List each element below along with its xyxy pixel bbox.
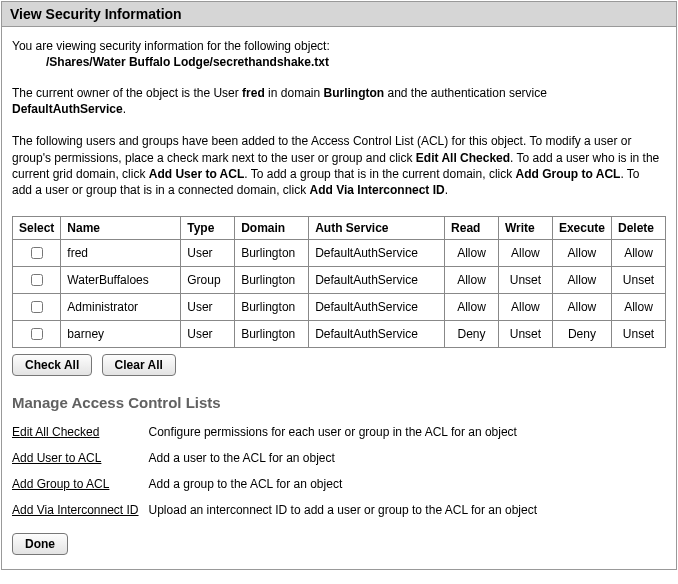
cell-delete: Allow [611, 240, 665, 267]
cell-execute: Deny [552, 321, 611, 348]
acl-paragraph: The following users and groups have been… [12, 133, 660, 198]
owner-service: DefaultAuthService [12, 102, 123, 116]
owner-user: fred [242, 86, 265, 100]
table-row: fred User Burlington DefaultAuthService … [13, 240, 666, 267]
cell-execute: Allow [552, 267, 611, 294]
add-group-to-acl-link[interactable]: Add Group to ACL [12, 477, 109, 491]
cell-type: Group [181, 267, 235, 294]
owner-t3: and the authentication service [384, 86, 547, 100]
cell-name: fred [61, 240, 181, 267]
panel-content: You are viewing security information for… [2, 27, 676, 569]
action-row: Add Via Interconnect ID Upload an interc… [12, 497, 547, 523]
cell-read: Allow [445, 240, 499, 267]
acl-b2: Add User to ACL [149, 167, 245, 181]
cell-execute: Allow [552, 294, 611, 321]
acl-t3: . To add a group that is in the current … [244, 167, 515, 181]
cell-type: User [181, 294, 235, 321]
cell-type: User [181, 321, 235, 348]
cell-auth: DefaultAuthService [309, 321, 445, 348]
owner-domain: Burlington [323, 86, 384, 100]
object-path: /Shares/Water Buffalo Lodge/secrethandsh… [46, 55, 666, 69]
edit-all-checked-link[interactable]: Edit All Checked [12, 425, 99, 439]
cell-read: Deny [445, 321, 499, 348]
manage-acl-heading: Manage Access Control Lists [12, 394, 666, 411]
cell-delete: Allow [611, 294, 665, 321]
acl-b1: Edit All Checked [416, 151, 510, 165]
panel-title: View Security Information [2, 2, 676, 27]
acl-b4: Add Via Interconnect ID [310, 183, 445, 197]
add-via-interconnect-id-link[interactable]: Add Via Interconnect ID [12, 503, 139, 517]
add-user-to-acl-link[interactable]: Add User to ACL [12, 451, 101, 465]
action-desc: Upload an interconnect ID to add a user … [149, 497, 547, 523]
table-button-row: Check All Clear All [12, 354, 666, 376]
acl-table-body: fred User Burlington DefaultAuthService … [13, 240, 666, 348]
col-header-domain: Domain [235, 217, 309, 240]
table-row: Administrator User Burlington DefaultAut… [13, 294, 666, 321]
clear-all-button[interactable]: Clear All [102, 354, 176, 376]
cell-auth: DefaultAuthService [309, 294, 445, 321]
col-header-auth: Auth Service [309, 217, 445, 240]
action-desc: Add a group to the ACL for an object [149, 471, 547, 497]
security-info-panel: View Security Information You are viewin… [1, 1, 677, 570]
cell-auth: DefaultAuthService [309, 267, 445, 294]
col-header-read: Read [445, 217, 499, 240]
cell-write: Unset [498, 267, 552, 294]
action-desc: Add a user to the ACL for an object [149, 445, 547, 471]
cell-auth: DefaultAuthService [309, 240, 445, 267]
cell-domain: Burlington [235, 294, 309, 321]
col-header-execute: Execute [552, 217, 611, 240]
cell-name: Administrator [61, 294, 181, 321]
manage-actions-table: Edit All Checked Configure permissions f… [12, 419, 547, 523]
cell-write: Allow [498, 240, 552, 267]
owner-paragraph: The current owner of the object is the U… [12, 85, 660, 117]
cell-delete: Unset [611, 267, 665, 294]
cell-domain: Burlington [235, 240, 309, 267]
action-row: Edit All Checked Configure permissions f… [12, 419, 547, 445]
acl-table: Select Name Type Domain Auth Service Rea… [12, 216, 666, 348]
check-all-button[interactable]: Check All [12, 354, 92, 376]
row-select-checkbox[interactable] [31, 247, 43, 259]
row-select-checkbox[interactable] [31, 301, 43, 313]
owner-t4: . [123, 102, 126, 116]
table-row: WaterBuffaloes Group Burlington DefaultA… [13, 267, 666, 294]
done-button-wrap: Done [12, 533, 666, 555]
cell-read: Allow [445, 294, 499, 321]
col-header-delete: Delete [611, 217, 665, 240]
acl-header-row: Select Name Type Domain Auth Service Rea… [13, 217, 666, 240]
acl-t5: . [445, 183, 448, 197]
owner-t2: in domain [265, 86, 324, 100]
cell-read: Allow [445, 267, 499, 294]
cell-delete: Unset [611, 321, 665, 348]
cell-type: User [181, 240, 235, 267]
table-row: barney User Burlington DefaultAuthServic… [13, 321, 666, 348]
cell-write: Allow [498, 294, 552, 321]
cell-domain: Burlington [235, 267, 309, 294]
cell-name: WaterBuffaloes [61, 267, 181, 294]
owner-t1: The current owner of the object is the U… [12, 86, 242, 100]
action-desc: Configure permissions for each user or g… [149, 419, 547, 445]
col-header-select: Select [13, 217, 61, 240]
action-row: Add Group to ACL Add a group to the ACL … [12, 471, 547, 497]
col-header-write: Write [498, 217, 552, 240]
row-select-checkbox[interactable] [31, 328, 43, 340]
action-row: Add User to ACL Add a user to the ACL fo… [12, 445, 547, 471]
acl-b3: Add Group to ACL [516, 167, 621, 181]
cell-write: Unset [498, 321, 552, 348]
cell-execute: Allow [552, 240, 611, 267]
cell-name: barney [61, 321, 181, 348]
cell-domain: Burlington [235, 321, 309, 348]
done-button[interactable]: Done [12, 533, 68, 555]
col-header-type: Type [181, 217, 235, 240]
col-header-name: Name [61, 217, 181, 240]
intro-text: You are viewing security information for… [12, 39, 666, 53]
row-select-checkbox[interactable] [31, 274, 43, 286]
